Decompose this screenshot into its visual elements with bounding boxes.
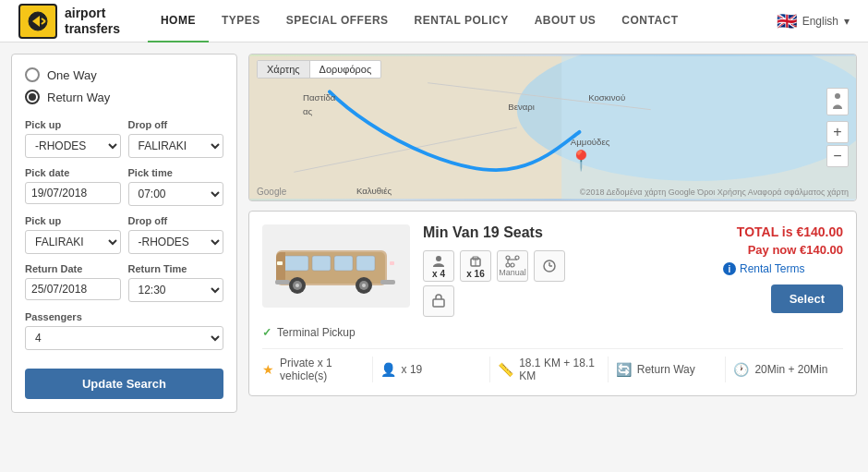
pickup-group: Pick up -RHODES	[25, 119, 121, 158]
return-label: Return Way	[637, 363, 695, 376]
logo-icon	[18, 4, 57, 39]
nav-about-us[interactable]: ABOUT US	[522, 0, 609, 42]
return-time-label: Return Time	[128, 263, 224, 274]
private-label: Private x 1 vehicle(s)	[280, 357, 365, 382]
info-icon: i	[723, 262, 736, 275]
svg-rect-23	[275, 280, 290, 284]
star-icon: ★	[262, 362, 274, 377]
map-tab-satellite[interactable]: Δορυφόρος	[310, 61, 381, 78]
person-count: x 4	[432, 269, 445, 279]
distance-label: 18.1 KM + 18.1 KM	[519, 357, 600, 382]
return-date-label: Return Date	[25, 263, 121, 274]
pickup-dropoff-row1: Pick up -RHODES Drop off FALIRAKI	[25, 119, 223, 158]
logo[interactable]: airport transfers	[18, 4, 120, 39]
svg-point-40	[511, 263, 514, 267]
date-time-row: Pick date Pick time 07:00	[25, 167, 223, 206]
dropoff-group: Drop off FALIRAKI	[128, 119, 224, 158]
header: airport transfers HOME TYPES SPECIAL OFF…	[0, 0, 868, 42]
luggage-count: x 16	[466, 269, 484, 279]
vehicle-card-top: Min Van 19 Seats x 4 x 16	[262, 224, 843, 317]
one-way-option[interactable]: One Way	[25, 67, 223, 82]
svg-text:Αμμούδες: Αμμούδες	[571, 137, 610, 147]
svg-text:Κοσκινού: Κοσκινού	[588, 92, 625, 103]
rental-terms-link[interactable]: i Rental Terms	[723, 262, 843, 275]
passengers-group: Passengers 4	[25, 311, 223, 350]
pickup-select[interactable]: -RHODES	[25, 134, 121, 158]
nav-types[interactable]: TYPES	[209, 0, 273, 42]
dropoff2-label: Drop off	[128, 215, 224, 226]
pick-date-input[interactable]	[25, 182, 121, 204]
zoom-in-button[interactable]: +	[826, 121, 849, 143]
map-tabs: Χάρτης Δορυφόρος	[257, 60, 381, 79]
street-view-button[interactable]	[826, 88, 849, 115]
vehicle-svg	[271, 232, 401, 301]
svg-point-37	[506, 256, 510, 260]
svg-rect-46	[433, 299, 444, 307]
one-way-radio[interactable]	[25, 67, 40, 82]
pay-now-label: Pay now €140.00	[723, 243, 843, 257]
select-button[interactable]: Select	[771, 284, 843, 313]
time-label: 20Min + 20Min	[754, 363, 827, 376]
flag-icon: 🇬🇧	[777, 11, 797, 31]
capacity-detail: 👤 x 19	[373, 357, 491, 382]
svg-rect-20	[312, 256, 331, 271]
svg-rect-19	[283, 256, 308, 271]
return-date-time-row: Return Date Return Time 12:30	[25, 263, 223, 302]
return-time-select[interactable]: 12:30	[128, 278, 224, 302]
zoom-out-button[interactable]: −	[826, 145, 849, 167]
return-way-label: Return Way	[47, 91, 110, 104]
pickup-dropoff-row2: Pick up FALIRAKI Drop off -RHODES	[25, 215, 223, 254]
main-content: One Way Return Way Pick up -RHODES Drop …	[0, 42, 868, 424]
pickup2-select[interactable]: FALIRAKI	[25, 230, 121, 254]
return-way-radio[interactable]	[25, 90, 40, 104]
capacity-label: x 19	[402, 363, 423, 376]
person-icon: 👤	[380, 362, 396, 377]
pick-time-select[interactable]: 07:00	[128, 182, 224, 206]
trip-type-selector: One Way Return Way	[25, 67, 223, 104]
svg-text:Καλυθιές: Καλυθιές	[356, 186, 392, 196]
passengers-label: Passengers	[25, 311, 223, 322]
update-search-button[interactable]: Update Search	[25, 369, 223, 399]
language-selector[interactable]: 🇬🇧 English ▾	[777, 11, 850, 31]
nav-special-offers[interactable]: SPECIAL OFFERS	[273, 0, 402, 42]
return-date-input[interactable]	[25, 278, 121, 300]
dropoff2-group: Drop off -RHODES	[128, 215, 224, 254]
dropoff2-select[interactable]: -RHODES	[128, 230, 224, 254]
map-container: Χάρτης Δορυφόρος Παστίδα	[248, 54, 857, 201]
vehicle-name: Min Van 19 Seats	[423, 224, 710, 241]
svg-rect-24	[380, 280, 395, 284]
time-detail: 🕐 20Min + 20Min	[726, 357, 843, 382]
distance-detail: 📏 18.1 KM + 18.1 KM	[490, 357, 609, 382]
svg-point-38	[515, 256, 519, 260]
svg-point-33	[436, 256, 441, 261]
passengers-select[interactable]: 4	[25, 326, 223, 350]
main-nav: HOME TYPES SPECIAL OFFERS RENTAL POLICY …	[148, 0, 777, 42]
return-way-option[interactable]: Return Way	[25, 90, 223, 104]
vehicle-icons: x 4 x 16 Manual	[423, 250, 710, 282]
svg-rect-22	[356, 256, 375, 271]
svg-text:Βεναρι: Βεναρι	[508, 102, 535, 112]
map-controls: + −	[826, 88, 849, 167]
chevron-down-icon: ▾	[844, 15, 850, 28]
nav-rental-policy[interactable]: RENTAL POLICY	[402, 0, 522, 42]
svg-rect-31	[277, 261, 283, 265]
map-background: Χάρτης Δορυφόρος Παστίδα	[249, 54, 856, 200]
search-panel: One Way Return Way Pick up -RHODES Drop …	[11, 54, 237, 413]
svg-point-30	[362, 284, 366, 287]
clock-icon	[534, 250, 565, 282]
svg-point-39	[506, 263, 510, 267]
time-icon: 🕐	[733, 362, 749, 377]
svg-rect-32	[390, 261, 394, 265]
results-panel: Χάρτης Δορυφόρος Παστίδα	[248, 54, 857, 413]
transmission-label: Manual	[499, 268, 526, 277]
svg-point-16	[835, 93, 840, 99]
nav-contact[interactable]: CONTACT	[609, 0, 691, 42]
map-tab-map[interactable]: Χάρτης	[258, 61, 310, 78]
svg-text:Παστίδα: Παστίδα	[303, 92, 336, 103]
nav-home[interactable]: HOME	[148, 0, 209, 42]
terminal-pickup: ✓ Terminal Pickup	[262, 326, 843, 339]
vehicle-image	[262, 224, 410, 308]
return-icon: 🔄	[616, 362, 632, 377]
vehicle-info: Min Van 19 Seats x 4 x 16	[423, 224, 710, 317]
dropoff-select[interactable]: FALIRAKI	[128, 134, 224, 158]
